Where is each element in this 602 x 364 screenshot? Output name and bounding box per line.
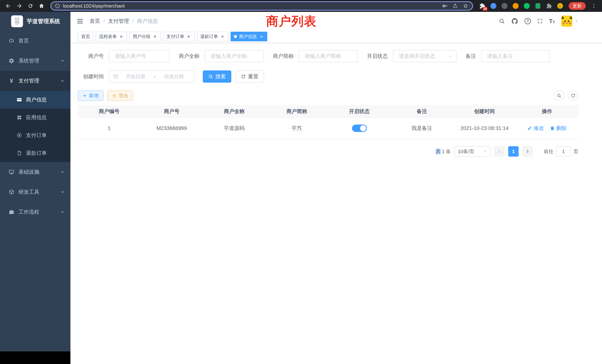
extension-pin-icon[interactable] (490, 3, 497, 9)
filter-merchant-no: 商户号 (78, 50, 170, 62)
sidebar-item-payment[interactable]: ¥ 支付管理 (0, 71, 70, 91)
font-size-icon[interactable]: TT (549, 18, 555, 24)
sidebar-item-infrastructure[interactable]: 基础设施 (0, 162, 70, 182)
sidebar-item-system[interactable]: 系统管理 (0, 51, 70, 71)
status-toggle[interactable] (352, 125, 367, 132)
hamburger-icon[interactable] (76, 17, 84, 25)
reset-button[interactable]: 重置 (235, 70, 264, 83)
sidebar-item-label: 支付管理 (19, 77, 39, 84)
sidebar-item-workflow[interactable]: 工作流程 (0, 202, 70, 222)
close-icon[interactable]: × (119, 34, 124, 39)
user-menu[interactable] (561, 16, 578, 27)
filter-create-time: 创建时间 开始日期 - 结束日期 (78, 70, 195, 83)
share-icon[interactable] (453, 3, 458, 9)
browser-back-icon[interactable] (3, 1, 13, 11)
omnibox-actions (442, 3, 469, 9)
page-number-button[interactable]: 1 (508, 146, 519, 157)
close-icon[interactable]: × (220, 34, 225, 39)
password-key-icon[interactable] (442, 3, 448, 9)
tag-view-home[interactable]: 首页 (78, 32, 93, 41)
tag-label: 首页 (81, 33, 90, 40)
chevron-down-icon (483, 150, 487, 153)
extension-gray-puzzle-icon[interactable] (546, 3, 552, 9)
col-header-actions: 操作 (516, 105, 579, 118)
sidebar-item-merchant-info[interactable]: 商户信息 (0, 91, 70, 109)
browser-reload-icon[interactable] (25, 1, 36, 11)
site-info-icon[interactable] (55, 3, 60, 9)
fullscreen-icon[interactable] (537, 18, 543, 24)
tag-view-merchant-info-active[interactable]: 商户信息× (231, 32, 267, 41)
extension-note-icon[interactable] (535, 3, 541, 9)
edit-link[interactable]: 修改 (527, 125, 544, 132)
monitor-icon (8, 169, 15, 175)
sidebar-item-home[interactable]: 首页 (0, 31, 70, 51)
cell-create-time: 2021-10-23 08:31:14 (453, 118, 516, 139)
tag-view-user-group[interactable]: 用户分组× (129, 32, 161, 41)
search-icon[interactable] (499, 18, 505, 24)
extension-dark-icon[interactable] (501, 3, 508, 9)
extension-smiley-icon[interactable] (557, 3, 563, 9)
caret-down-icon (575, 19, 578, 23)
goto-page-input[interactable] (556, 146, 571, 157)
button-label: 导出 (119, 93, 128, 99)
col-header-full-name: 商户全称 (203, 105, 266, 118)
github-icon[interactable] (511, 18, 518, 25)
tag-view-refund-order[interactable]: 退款订单× (197, 32, 228, 41)
filter-merchant-short-name: 商户简称 (273, 50, 358, 62)
toggle-search-button[interactable] (554, 90, 564, 101)
date-end-placeholder: 结束日期 (157, 73, 191, 80)
total-prefix: 共 (436, 149, 441, 154)
button-label: 搜索 (215, 73, 226, 80)
prev-page-button[interactable] (494, 146, 505, 157)
filter-row-2: 创建时间 开始日期 - 结束日期 搜索 重置 (78, 70, 578, 83)
bookmark-star-icon[interactable] (463, 3, 469, 9)
merchant-short-name-input[interactable] (299, 50, 358, 62)
refresh-button[interactable] (568, 90, 578, 101)
cell-status (328, 118, 391, 139)
user-avatar[interactable] (561, 16, 572, 27)
date-start-placeholder: 开始日期 (119, 73, 152, 80)
create-time-range-picker[interactable]: 开始日期 - 结束日期 (109, 70, 195, 83)
page-unit-label: 页 (573, 148, 578, 155)
remark-input[interactable] (481, 50, 550, 62)
next-page-button[interactable] (522, 146, 533, 157)
browser-menu-icon[interactable] (589, 1, 599, 11)
breadcrumb-item[interactable]: 首页 (90, 18, 100, 25)
delete-link[interactable]: 删除 (550, 125, 567, 132)
extension-avatar-icon[interactable] (512, 3, 519, 9)
merchant-no-input[interactable] (109, 50, 170, 62)
sidebar-item-app-info[interactable]: 应用信息 (0, 109, 70, 126)
browser-update-button[interactable]: 更新 (569, 2, 586, 10)
status-select[interactable]: 请选择开启状态 (393, 50, 457, 62)
col-header-status: 开启状态 (328, 105, 391, 118)
total-text: 1 条 (442, 149, 451, 154)
extension-green-icon[interactable] (523, 3, 530, 9)
close-icon[interactable]: × (259, 34, 264, 39)
browser-home-icon[interactable] (36, 1, 47, 11)
merchant-name-input[interactable] (205, 50, 264, 62)
page-size-select[interactable]: 10条/页 (454, 146, 490, 157)
breadcrumb-item[interactable]: 支付管理 (108, 18, 129, 25)
sidebar-item-refund-order[interactable]: 退款订单 (0, 144, 70, 162)
extensions-area: 10 (479, 3, 563, 9)
search-button[interactable]: 搜索 (203, 70, 231, 83)
pagination-total: 共 1 条 (436, 148, 451, 155)
close-icon[interactable]: × (152, 34, 158, 39)
sidebar-item-pay-order[interactable]: 支付订单 (0, 126, 70, 144)
extension-badge: 10 (483, 7, 487, 11)
tag-view-pay-order[interactable]: 支付订单× (163, 32, 195, 41)
search-icon (208, 74, 213, 79)
extension-puzzle-icon[interactable]: 10 (479, 3, 486, 9)
tag-view-process-form[interactable]: 流程表单× (96, 32, 127, 41)
add-button[interactable]: 新增 (78, 90, 103, 101)
close-icon[interactable]: × (186, 34, 191, 39)
sidebar-item-label: 研发工具 (19, 189, 39, 195)
filter-label: 商户全称 (179, 53, 199, 60)
browser-forward-icon[interactable] (14, 1, 24, 11)
address-bar[interactable]: localhost:1024/pay/merchant (50, 1, 473, 11)
sidebar-item-devtools[interactable]: 研发工具 (0, 182, 70, 202)
app-title: 芋道管理系统 (27, 18, 60, 25)
export-button[interactable]: 导出 (107, 90, 133, 101)
help-icon[interactable]: ? (525, 18, 531, 24)
page-content: 商户号 商户全称 商户简称 开启状态 请选择开启状态 (70, 43, 602, 364)
